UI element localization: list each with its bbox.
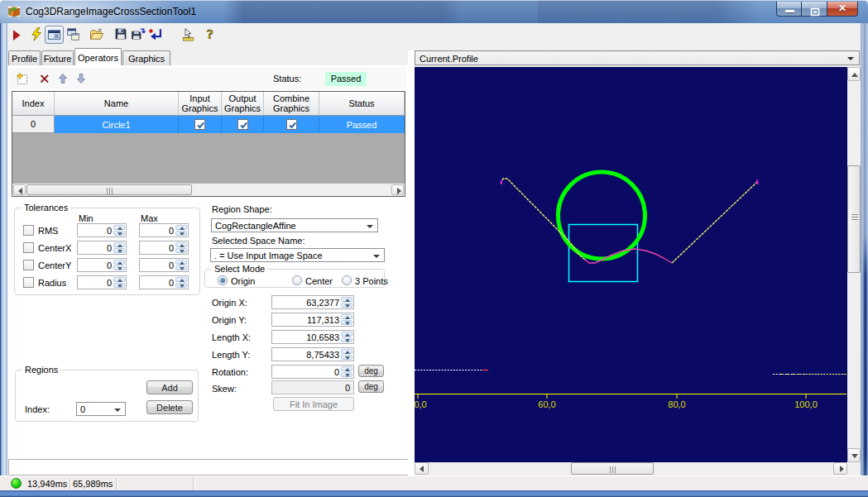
grid-scroll-thumb[interactable] xyxy=(26,184,192,195)
close-button[interactable]: ✕ xyxy=(827,2,858,17)
scroll-up-button[interactable] xyxy=(847,67,861,81)
delete-operator-button[interactable] xyxy=(38,72,51,88)
spin-up[interactable] xyxy=(341,366,352,371)
spin-down[interactable] xyxy=(341,372,352,377)
rms-checkbox[interactable] xyxy=(23,225,34,236)
display-horizontal-scrollbar[interactable] xyxy=(415,462,847,475)
spin-down[interactable] xyxy=(113,231,125,236)
spin-up[interactable] xyxy=(341,332,352,337)
grid-header-index[interactable]: Index xyxy=(12,92,55,116)
spin-up[interactable] xyxy=(113,242,125,247)
scroll-left-button[interactable] xyxy=(415,462,429,475)
tab-profile[interactable]: Profile xyxy=(8,50,41,65)
hscroll-thumb[interactable] xyxy=(571,462,654,475)
centerx-min-input[interactable]: 0 xyxy=(77,241,127,255)
spin-down[interactable] xyxy=(175,231,187,236)
rms-min-input[interactable]: 0 xyxy=(77,223,127,237)
restore-button[interactable] xyxy=(801,2,827,17)
origin-y-input[interactable]: 117,313 xyxy=(271,313,354,327)
center-radio[interactable] xyxy=(292,275,302,285)
help-button[interactable]: ? xyxy=(204,26,223,46)
tab-operators[interactable]: Operators xyxy=(74,48,122,65)
open-button[interactable] xyxy=(89,27,109,47)
spin-up[interactable] xyxy=(175,277,187,282)
pointer-tool-button[interactable] xyxy=(180,27,200,47)
vscroll-thumb[interactable] xyxy=(847,165,861,273)
grid-header-output-graphics[interactable]: Output Graphics xyxy=(222,92,264,116)
space-name-combo[interactable]: . = Use Input Image Space xyxy=(210,248,385,262)
grid-header-input-graphics[interactable]: Input Graphics xyxy=(179,92,222,116)
centery-max-input[interactable]: 0 xyxy=(139,258,189,272)
rotation-input[interactable]: 0 xyxy=(271,365,354,379)
centerx-checkbox[interactable] xyxy=(23,242,34,253)
minimize-button[interactable] xyxy=(776,2,801,17)
spin-down[interactable] xyxy=(341,303,352,308)
grid-cell-combine-graphics[interactable] xyxy=(264,116,319,133)
three-points-radio[interactable] xyxy=(342,275,352,285)
delete-region-button[interactable]: Delete xyxy=(146,400,193,414)
radius-checkbox[interactable] xyxy=(23,277,34,288)
spin-up[interactable] xyxy=(341,349,352,354)
origin-x-input[interactable]: 63,2377 xyxy=(271,295,354,309)
grid-horizontal-scrollbar[interactable] xyxy=(12,184,405,196)
scroll-right-button[interactable] xyxy=(833,462,847,475)
length-y-input[interactable]: 8,75433 xyxy=(271,347,354,361)
length-x-input[interactable]: 10,6583 xyxy=(271,330,354,344)
grid-scroll-right-button[interactable] xyxy=(391,184,404,195)
grid-cell-index[interactable]: 0 xyxy=(12,116,55,133)
run-button[interactable] xyxy=(9,28,29,48)
origin-radio[interactable] xyxy=(218,275,228,285)
spin-down[interactable] xyxy=(175,248,187,253)
spin-up[interactable] xyxy=(113,260,125,265)
spin-up[interactable] xyxy=(175,225,187,230)
grid-header-combine-graphics[interactable]: Combine Graphics xyxy=(264,92,319,116)
rms-max-input[interactable]: 0 xyxy=(139,223,189,237)
grid-cell-name[interactable]: Circle1 xyxy=(55,116,179,133)
spin-down[interactable] xyxy=(341,337,352,342)
spin-up[interactable] xyxy=(341,297,352,302)
spin-down[interactable] xyxy=(175,283,187,288)
tab-fixture[interactable]: Fixture xyxy=(41,50,74,65)
spin-down[interactable] xyxy=(113,283,125,288)
new-operator-button[interactable] xyxy=(16,72,29,88)
spin-down[interactable] xyxy=(341,355,352,360)
radius-min-input[interactable]: 0 xyxy=(77,275,127,289)
combine-graphics-checkbox[interactable] xyxy=(286,119,297,130)
spin-up[interactable] xyxy=(175,260,187,265)
display-source-combo[interactable]: Current.Profile xyxy=(415,50,860,65)
spin-up[interactable] xyxy=(175,242,187,247)
rotation-deg-button[interactable]: deg xyxy=(358,365,384,377)
scroll-down-button[interactable] xyxy=(847,448,861,462)
move-up-button[interactable] xyxy=(56,72,70,88)
profile-display[interactable]: 40,0 60,0 80,0 100,0 xyxy=(415,67,847,462)
centery-checkbox[interactable] xyxy=(23,260,34,270)
add-region-button[interactable]: Add xyxy=(146,380,193,394)
grid-header-status[interactable]: Status xyxy=(319,92,405,116)
skew-deg-button[interactable]: deg xyxy=(358,380,384,393)
copy-image-button[interactable] xyxy=(66,27,86,47)
region-shape-combo[interactable]: CogRectangleAffine xyxy=(211,218,378,232)
show-image-button[interactable] xyxy=(45,26,64,44)
spin-down[interactable] xyxy=(113,248,125,253)
display-vertical-scrollbar[interactable] xyxy=(847,67,861,462)
spin-down[interactable] xyxy=(113,265,125,270)
centerx-max-input[interactable]: 0 xyxy=(139,241,189,255)
spin-up[interactable] xyxy=(113,277,125,282)
output-graphics-checkbox[interactable] xyxy=(237,119,248,130)
centery-min-input[interactable]: 0 xyxy=(77,258,127,272)
grid-cell-output-graphics[interactable] xyxy=(222,116,264,133)
spin-down[interactable] xyxy=(175,265,187,270)
spin-up[interactable] xyxy=(341,314,352,319)
radius-max-input[interactable]: 0 xyxy=(139,275,189,289)
move-down-button[interactable] xyxy=(74,72,88,88)
grid-header-name[interactable]: Name xyxy=(55,92,179,116)
spin-down[interactable] xyxy=(341,320,352,325)
input-graphics-checkbox[interactable] xyxy=(194,119,205,130)
fit-in-image-button[interactable]: Fit In Image xyxy=(273,397,354,411)
grid-cell-input-graphics[interactable] xyxy=(179,116,222,133)
tab-graphics[interactable]: Graphics xyxy=(122,50,170,65)
region-index-combo[interactable]: 0 xyxy=(76,402,126,416)
spin-up[interactable] xyxy=(113,225,125,230)
grid-cell-status[interactable]: Passed xyxy=(319,116,405,133)
import-button[interactable] xyxy=(148,27,168,47)
